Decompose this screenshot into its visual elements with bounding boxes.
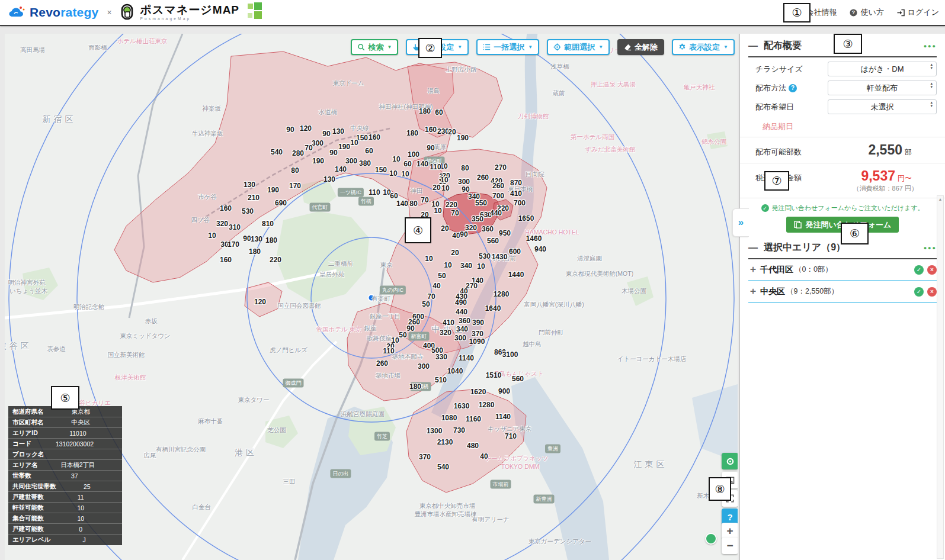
area-count-label: 10 (441, 184, 449, 192)
area-count-label: 340 (460, 262, 472, 270)
area-count-label: 560 (512, 375, 524, 383)
annotation-marker-⑤: ⑤ (51, 386, 79, 410)
revorategy-cloud-icon (8, 5, 26, 20)
map-place-label: 東京ガーデンシアター (528, 538, 591, 546)
header-link-login[interactable]: ログイン (897, 7, 939, 18)
map-place-label: 水道橋 (318, 108, 337, 117)
area-count-label: 160 (369, 133, 380, 141)
map-place-label: 豊洲市場水産卸売場棟 (415, 510, 477, 519)
area-count-label: 540 (437, 463, 449, 471)
area-count-label: 130 (332, 127, 344, 136)
confirm-area-icon[interactable]: ✓ (914, 287, 924, 297)
overview-menu-icon[interactable]: ●●● (924, 43, 937, 49)
selected-menu-icon[interactable]: ●●● (924, 245, 937, 251)
display-settings-button[interactable]: 表示設定▼ (672, 39, 735, 55)
area-count-label: 1080 (441, 414, 457, 422)
select-arrows-icon: ▴▾ (930, 63, 933, 69)
map-place-label: 富岡八幡宮(深川八幡) (524, 301, 584, 309)
map-place-label: 面影橋 (88, 44, 107, 52)
area-count-label: 440 (490, 209, 502, 217)
map-place-label: 渋谷区 (5, 341, 32, 352)
remove-area-icon[interactable]: × (927, 287, 937, 297)
area-count-label: 130 (323, 175, 335, 184)
area-count-label: 10 (425, 255, 433, 263)
collapse-section-icon[interactable]: — (748, 41, 758, 52)
header-link-how-to-use[interactable]: ?使い方 (850, 7, 883, 18)
zoom-out-button[interactable]: − (722, 538, 738, 554)
info-panel-row: 戸建世帯数11 (8, 492, 122, 503)
area-count-label: 540 (271, 148, 283, 156)
expand-icon[interactable]: ＋ (748, 263, 760, 276)
map-place-label: 二重橋前 (328, 260, 353, 268)
area-count-label: 180 (409, 382, 421, 391)
area-count-label: 170 (228, 240, 239, 249)
area-count-label: 10 (389, 169, 397, 178)
map-place-label: 神楽坂 (202, 105, 221, 113)
chevron-down-icon: ▼ (387, 44, 392, 50)
area-count-label: 260 (492, 182, 504, 190)
area-count-label: 350 (472, 215, 483, 223)
area-count-label: 60 (435, 108, 443, 117)
map-place-label: 有栖川宮記念公園 (156, 446, 206, 454)
map-place-label: 新宿区 (43, 114, 76, 125)
map-place-label: 刀剣博物館 (518, 112, 549, 121)
area-count-label: 120 (254, 298, 266, 306)
select-arrows-icon: ▴▾ (930, 82, 933, 88)
map-place-label: 芝公園 (267, 426, 286, 435)
sidebar-scrollbar[interactable]: ▲ (937, 195, 944, 559)
zoom-in-button[interactable]: + (722, 523, 738, 539)
posmanage-subtitle: PosmanageMap (140, 17, 239, 21)
bulk-select-button[interactable]: 一括選択▼ (476, 39, 539, 55)
area-count-label: 140 (417, 160, 428, 168)
area-count-label: 160 (425, 125, 437, 134)
range-select-button[interactable]: 範囲選択▼ (547, 39, 610, 55)
form-icon (794, 221, 802, 228)
area-count-label: 1280 (479, 401, 495, 409)
area-count-label: 510 (435, 376, 447, 384)
brand-separator: × (107, 8, 111, 17)
select-2[interactable]: 未選択▴▾ (828, 99, 937, 114)
confirm-area-icon[interactable]: ✓ (914, 265, 924, 275)
delivery-deadline-label: 納品期日 (763, 121, 945, 132)
area-count-label: 20 (433, 184, 440, 192)
area-count-label: 10 (444, 261, 451, 269)
select-0[interactable]: はがき・DM▴▾ (828, 62, 937, 76)
scroll-up-icon[interactable]: ▲ (937, 196, 943, 201)
selected-area-row[interactable]: ＋中央区（9：2,550部）✓× (748, 281, 937, 303)
map-place-label: ホテル椿山荘東京 (117, 37, 168, 46)
map-canvas[interactable]: 検索▼選択設定▼一括選択▼範囲選択▼全解除表示設定▼ 都道府県名東京都市区町村名… (5, 34, 738, 560)
layers-button[interactable] (722, 453, 738, 469)
info-panel-row: 共同住宅世帯数25 (8, 481, 122, 492)
collapse-section-icon[interactable]: — (748, 243, 758, 253)
clear-all-button[interactable]: 全解除 (617, 39, 664, 55)
area-count-label: 440 (456, 308, 467, 316)
info-panel-row: 軒並可能数10 (8, 503, 122, 513)
map-place-label: 木場公園 (622, 287, 646, 295)
sidebar-collapse-button[interactable]: » (732, 208, 749, 237)
area-count-label: 90 (243, 234, 251, 243)
area-count-label: 360 (459, 317, 470, 325)
map-place-label: 亀戸天神社 (684, 83, 715, 92)
area-count-label: 1640 (485, 304, 501, 313)
chevron-down-icon: ▼ (598, 44, 603, 50)
logo-pixel-blocks (246, 2, 270, 22)
selected-area-row[interactable]: ＋千代田区（0：0部）✓× (748, 259, 937, 281)
form-row: 配布希望日未選択▴▾ (755, 99, 937, 114)
remove-area-icon[interactable]: × (927, 265, 937, 275)
check-icon: ✓ (761, 204, 769, 212)
area-count-label: 10 (350, 139, 358, 147)
area-count-label: 60 (365, 147, 373, 155)
expand-icon[interactable]: ＋ (748, 285, 760, 298)
area-count-label: 260 (477, 173, 489, 182)
area-count-label: 180 (265, 236, 277, 244)
posmanage-logo: ポスマネージMAP PosmanageMap (120, 2, 270, 22)
area-count-label: 320 (440, 329, 451, 337)
map-place-label: 湯島 (428, 87, 440, 95)
revorategy-wordmark: Revorategy (30, 5, 98, 20)
help-icon[interactable]: ? (789, 84, 797, 92)
search-button[interactable]: 検索▼ (351, 39, 398, 55)
info-panel-row: 市区町村名中央区 (8, 417, 122, 428)
select-1[interactable]: 軒並配布▴▾ (828, 81, 937, 95)
area-count-label: 1430 (492, 253, 508, 261)
map-place-label: 日の出 (330, 469, 351, 478)
